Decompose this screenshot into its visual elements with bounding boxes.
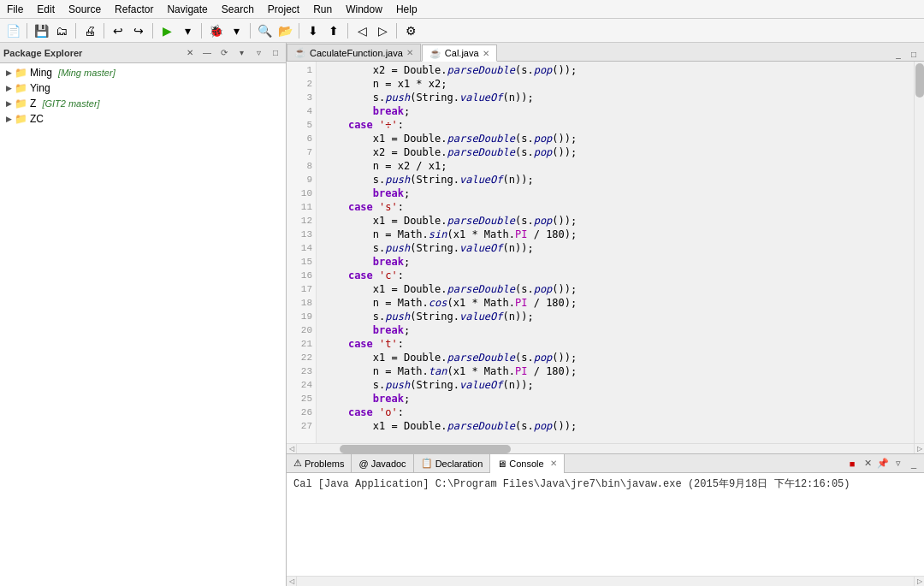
pe-collapse-icon[interactable]: ▾ <box>234 46 248 60</box>
menu-edit[interactable]: Edit <box>30 2 62 17</box>
problems-icon: ⚠ <box>293 458 302 469</box>
tree-item-z[interactable]: ▶ 📁 Z [GIT2 master] <box>0 96 286 111</box>
tree-item-ming[interactable]: ▶ 📁 Ming [Ming master] <box>0 65 286 80</box>
tree-arrow-ying: ▶ <box>3 83 14 93</box>
tab-label-problems: Problems <box>305 459 344 469</box>
tab-close-cal[interactable]: ✕ <box>483 49 489 58</box>
tab-label-caculate: CaculateFunction.java <box>310 48 403 58</box>
separator-2 <box>75 23 76 38</box>
h-scroll-thumb[interactable] <box>340 445 511 453</box>
bottom-scroll-left-icon[interactable]: ◁ <box>287 577 297 587</box>
prev-annotation[interactable]: ⬆ <box>324 21 343 40</box>
stop-console-icon[interactable]: ■ <box>845 457 859 471</box>
scrollbar-thumb-v[interactable] <box>915 63 924 98</box>
menu-file[interactable]: File <box>0 2 30 17</box>
tree-label-zc: ZC <box>30 113 44 125</box>
editor-main: 123 456 789 101112 131415 161718 192021 … <box>287 62 924 443</box>
pe-maximize-icon[interactable]: □ <box>269 46 282 60</box>
maximize-editor-icon[interactable]: □ <box>907 47 921 61</box>
tree-item-ying[interactable]: ▶ 📁 Ying <box>0 80 286 96</box>
scroll-left-icon[interactable]: ◁ <box>287 444 297 454</box>
save-button[interactable]: 💾 <box>32 21 50 40</box>
tab-label-declaration: Declaration <box>435 459 483 469</box>
run-dropdown[interactable]: ▾ <box>178 21 197 40</box>
console-menu-icon[interactable]: ▿ <box>891 457 905 471</box>
separator-5 <box>201 23 202 38</box>
menu-refactor[interactable]: Refactor <box>108 2 160 17</box>
editor-tab-actions: _ □ <box>888 47 924 61</box>
tab-label-javadoc: Javadoc <box>371 459 406 469</box>
redo-button[interactable]: ↪ <box>129 21 148 40</box>
h-scroll-track[interactable] <box>297 444 914 454</box>
scroll-right-icon[interactable]: ▷ <box>914 444 924 454</box>
tree-badge-z: [GIT2 master] <box>39 98 99 109</box>
folder-icon-ying: 📁 <box>14 81 27 95</box>
close-console-icon[interactable]: ✕ <box>861 457 874 471</box>
tab-cal[interactable]: ☕ Cal.java ✕ <box>422 44 497 62</box>
code-editor-content[interactable]: x2 = Double.parseDouble(s.pop()); n = x1… <box>317 62 914 443</box>
console-line-1: Cal [Java Application] C:\Program Files\… <box>293 476 917 491</box>
main-layout: Package Explorer ✕ — ⟳ ▾ ▿ □ ▶ 📁 Ming [M… <box>0 43 924 586</box>
bottom-scroll-right-icon[interactable]: ▷ <box>914 577 924 587</box>
bottom-tabs: ⚠ Problems @ Javadoc 📋 Declaration 🖥 Con… <box>287 454 924 473</box>
separator-6 <box>250 23 251 38</box>
external-tools[interactable]: ⚙ <box>401 21 420 40</box>
back-button[interactable]: ◁ <box>352 21 371 40</box>
next-annotation[interactable]: ⬇ <box>304 21 323 40</box>
vertical-scrollbar[interactable] <box>914 62 924 443</box>
tree-item-zc[interactable]: ▶ 📁 ZC <box>0 111 286 127</box>
new-button[interactable]: 📄 <box>3 21 22 40</box>
tab-label-console: Console <box>509 459 543 469</box>
tab-close-caculate[interactable]: ✕ <box>406 48 413 57</box>
menu-project[interactable]: Project <box>261 2 306 17</box>
pin-console-icon[interactable]: 📌 <box>876 457 890 471</box>
open-resource-button[interactable]: 📂 <box>275 21 294 40</box>
tab-declaration[interactable]: 📋 Declaration <box>414 454 491 473</box>
editor-area: ☕ CaculateFunction.java ✕ ☕ Cal.java ✕ _… <box>287 43 924 586</box>
pe-sync-icon[interactable]: ⟳ <box>217 46 231 60</box>
open-type-button[interactable]: 🔍 <box>255 21 274 40</box>
console-content: Cal [Java Application] C:\Program Files\… <box>287 473 924 576</box>
tab-console[interactable]: 🖥 Console ✕ <box>490 454 564 473</box>
pe-menu-icon[interactable]: ▿ <box>252 46 265 60</box>
menu-run[interactable]: Run <box>306 2 339 17</box>
bottom-h-scroll-track[interactable] <box>297 577 914 587</box>
folder-icon-z: 📁 <box>14 97 27 110</box>
menu-bar: File Edit Source Refactor Navigate Searc… <box>0 0 924 19</box>
bottom-panel: ⚠ Problems @ Javadoc 📋 Declaration 🖥 Con… <box>287 453 924 586</box>
tab-problems[interactable]: ⚠ Problems <box>287 454 352 473</box>
horizontal-scrollbar[interactable]: ◁ ▷ <box>287 443 924 453</box>
run-button[interactable]: ▶ <box>157 21 176 40</box>
forward-button[interactable]: ▷ <box>373 21 392 40</box>
undo-button[interactable]: ↩ <box>109 21 127 40</box>
bottom-h-scrollbar[interactable]: ◁ ▷ <box>287 576 924 586</box>
tree-label-ying: Ying <box>30 82 50 94</box>
tab-label-cal: Cal.java <box>445 48 479 58</box>
tab-close-console[interactable]: ✕ <box>550 459 557 468</box>
menu-window[interactable]: Window <box>339 2 389 17</box>
tree-label-ming: Ming <box>30 67 52 79</box>
editor-tabs: ☕ CaculateFunction.java ✕ ☕ Cal.java ✕ _… <box>287 43 924 62</box>
debug-dropdown[interactable]: ▾ <box>227 21 246 40</box>
package-explorer-panel: Package Explorer ✕ — ⟳ ▾ ▿ □ ▶ 📁 Ming [M… <box>0 43 287 586</box>
tab-caculate[interactable]: ☕ CaculateFunction.java ✕ <box>287 44 421 61</box>
editor-wrapper: 123 456 789 101112 131415 161718 192021 … <box>287 62 924 453</box>
debug-button[interactable]: 🐞 <box>206 21 225 40</box>
separator-3 <box>104 23 104 38</box>
console-icon: 🖥 <box>497 459 506 469</box>
save-all-button[interactable]: 🗂 <box>52 21 71 40</box>
separator-8 <box>347 23 348 38</box>
java-icon-cal: ☕ <box>429 48 441 59</box>
separator-7 <box>299 23 299 38</box>
minimize-bottom-icon[interactable]: _ <box>907 457 921 471</box>
pe-header: Package Explorer ✕ — ⟳ ▾ ▿ □ <box>0 43 286 63</box>
menu-help[interactable]: Help <box>389 2 424 17</box>
tab-javadoc[interactable]: @ Javadoc <box>352 454 413 473</box>
minimize-editor-icon[interactable]: _ <box>891 47 905 61</box>
menu-navigate[interactable]: Navigate <box>160 2 214 17</box>
pe-close-icon[interactable]: ✕ <box>183 46 197 60</box>
pe-min-icon[interactable]: — <box>200 46 214 60</box>
menu-source[interactable]: Source <box>62 2 108 17</box>
menu-search[interactable]: Search <box>215 2 261 17</box>
print-button[interactable]: 🖨 <box>80 21 99 40</box>
